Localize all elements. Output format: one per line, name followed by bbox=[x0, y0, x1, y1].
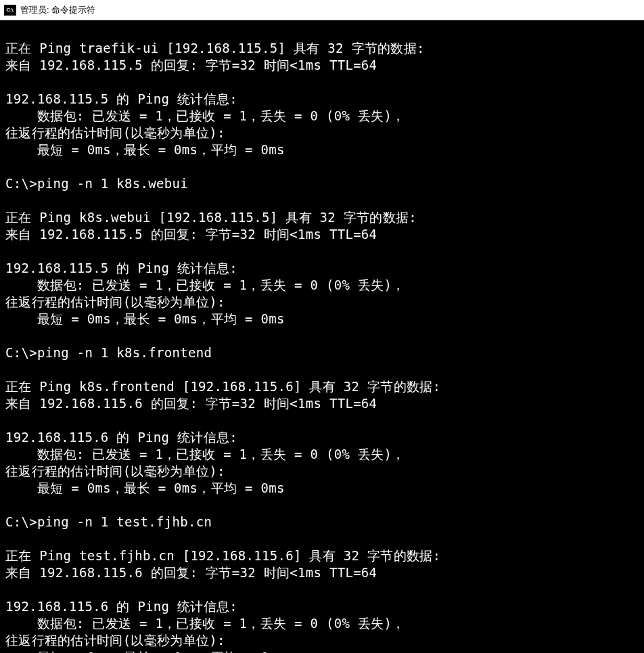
terminal-line: 最短 = 0ms，最长 = 0ms，平均 = 0ms bbox=[5, 141, 639, 158]
terminal-line: 192.168.115.6 的 Ping 统计信息: bbox=[5, 429, 639, 446]
terminal-line bbox=[5, 74, 639, 91]
terminal-line bbox=[5, 531, 639, 547]
terminal-line bbox=[5, 412, 639, 429]
terminal-line bbox=[5, 361, 639, 378]
terminal-line: 数据包: 已发送 = 1，已接收 = 1，丢失 = 0 (0% 丢失)， bbox=[5, 615, 639, 632]
terminal-line: C:\>ping -n 1 k8s.frontend bbox=[5, 344, 639, 361]
terminal-line bbox=[5, 581, 639, 598]
terminal-line: 来自 192.168.115.5 的回复: 字节=32 时间<1ms TTL=6… bbox=[5, 226, 639, 243]
terminal-line bbox=[5, 497, 639, 514]
terminal-line: 正在 Ping test.fjhb.cn [192.168.115.6] 具有 … bbox=[5, 547, 639, 564]
terminal-line: 数据包: 已发送 = 1，已接收 = 1，丢失 = 0 (0% 丢失)， bbox=[5, 108, 639, 125]
terminal-line: C:\>ping -n 1 k8s.webui bbox=[5, 175, 639, 192]
terminal-line: 192.168.115.5 的 Ping 统计信息: bbox=[5, 260, 639, 277]
terminal-line: 往返行程的估计时间(以毫秒为单位): bbox=[5, 294, 639, 311]
terminal-line: 最短 = 0ms，最长 = 0ms，平均 = 0ms bbox=[5, 311, 639, 328]
terminal-line: 最短 = 0ms，最长 = 0ms，平均 = 0ms bbox=[5, 649, 639, 653]
terminal-line bbox=[5, 23, 639, 40]
terminal-line bbox=[5, 158, 639, 175]
terminal-line: 来自 192.168.115.6 的回复: 字节=32 时间<1ms TTL=6… bbox=[5, 395, 639, 412]
terminal-line: 正在 Ping k8s.webui [192.168.115.5] 具有 32 … bbox=[5, 209, 639, 226]
terminal-line: 正在 Ping k8s.frontend [192.168.115.6] 具有 … bbox=[5, 378, 639, 395]
terminal-line: 数据包: 已发送 = 1，已接收 = 1，丢失 = 0 (0% 丢失)， bbox=[5, 277, 639, 294]
terminal-output[interactable]: 正在 Ping traefik-ui [192.168.115.5] 具有 32… bbox=[0, 20, 644, 653]
terminal-line: 来自 192.168.115.5 的回复: 字节=32 时间<1ms TTL=6… bbox=[5, 57, 639, 74]
terminal-line: 192.168.115.5 的 Ping 统计信息: bbox=[5, 91, 639, 108]
terminal-line bbox=[5, 243, 639, 260]
terminal-line bbox=[5, 328, 639, 344]
terminal-line: 最短 = 0ms，最长 = 0ms，平均 = 0ms bbox=[5, 480, 639, 497]
terminal-line: C:\>ping -n 1 test.fjhb.cn bbox=[5, 514, 639, 531]
terminal-line: 来自 192.168.115.6 的回复: 字节=32 时间<1ms TTL=6… bbox=[5, 564, 639, 581]
terminal-line bbox=[5, 192, 639, 209]
terminal-line: 往返行程的估计时间(以毫秒为单位): bbox=[5, 632, 639, 649]
terminal-line: 正在 Ping traefik-ui [192.168.115.5] 具有 32… bbox=[5, 40, 639, 57]
terminal-line: 数据包: 已发送 = 1，已接收 = 1，丢失 = 0 (0% 丢失)， bbox=[5, 446, 639, 463]
window-title: 管理员: 命令提示符 bbox=[20, 4, 95, 16]
terminal-line: 往返行程的估计时间(以毫秒为单位): bbox=[5, 125, 639, 141]
terminal-line: 往返行程的估计时间(以毫秒为单位): bbox=[5, 463, 639, 480]
window-titlebar[interactable]: C:\. 管理员: 命令提示符 bbox=[0, 0, 644, 20]
terminal-line: 192.168.115.6 的 Ping 统计信息: bbox=[5, 598, 639, 615]
cmd-icon: C:\. bbox=[4, 5, 16, 16]
